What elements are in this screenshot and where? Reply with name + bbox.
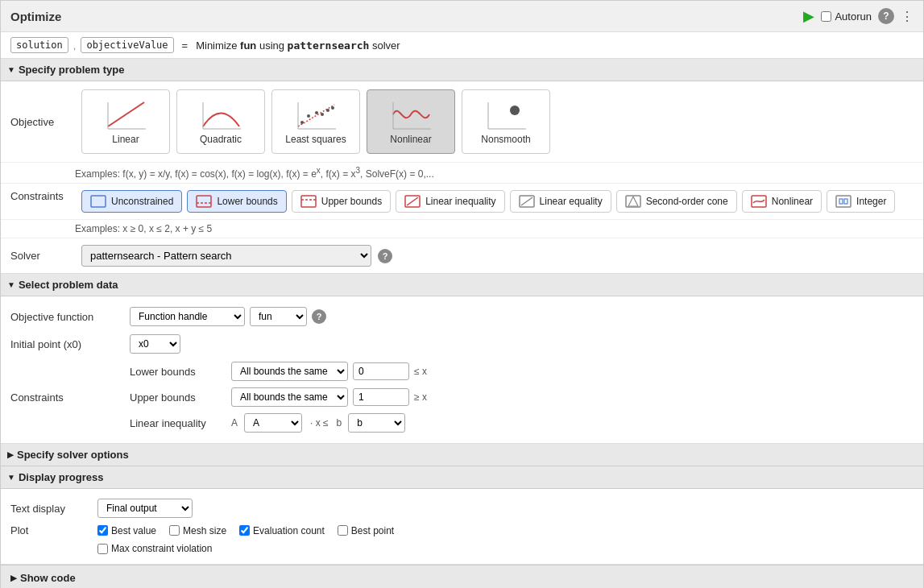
display-progress-arrow: ▼: [7, 473, 15, 482]
chip-linearineq[interactable]: Linear inequality: [396, 190, 504, 213]
constraints-label: Constraints: [10, 190, 75, 202]
plot-meshsize[interactable]: Mesh size: [169, 525, 226, 536]
obj-card-leastsquares[interactable]: Least squares: [271, 89, 360, 154]
constraints-examples: Examples: x ≥ 0, x ≤ 2, x + y ≤ 5: [1, 220, 923, 238]
svg-rect-19: [91, 196, 106, 207]
help-button[interactable]: ?: [878, 8, 894, 24]
header: Optimize ▶ Autorun ? ⋮: [1, 1, 923, 32]
upper-bounds-value[interactable]: [353, 388, 409, 406]
solver-select[interactable]: patternsearch - Pattern search: [81, 245, 371, 267]
maxconstraint-label: Max constraint violation: [111, 543, 212, 554]
maxconstraint-checkbox[interactable]: [97, 544, 108, 554]
obj-type-select[interactable]: Function handle Anonymous function Funct…: [130, 307, 245, 326]
chip-upperbounds[interactable]: Upper bounds: [292, 190, 391, 213]
evalcount-checkbox[interactable]: [239, 525, 250, 536]
solver-label: Solver: [10, 250, 75, 262]
linear-a-select[interactable]: A A_ineq Aineq: [244, 413, 302, 433]
initial-point-select[interactable]: x0 x_init [0,0]: [130, 334, 180, 354]
chip-nonlinear-label: Nonlinear: [772, 196, 813, 207]
solver-opts-section-header[interactable]: ▶ Specify solver options: [1, 444, 923, 466]
obj-card-nonlinear[interactable]: Nonlinear: [367, 89, 455, 154]
plot-maxconstraint[interactable]: Max constraint violation: [97, 543, 212, 554]
chip-soc[interactable]: Second-order cone: [616, 190, 737, 213]
linear-icon: [104, 98, 148, 130]
obj-function-help-icon[interactable]: ?: [312, 309, 326, 324]
chip-linearineq-label: Linear inequality: [425, 196, 495, 207]
obj-card-quadratic-label: Quadratic: [200, 134, 242, 145]
upper-bounds-label: Upper bounds: [130, 391, 226, 404]
linear-b-text: b: [337, 417, 342, 429]
meshsize-label: Mesh size: [183, 525, 226, 536]
autorun-label: Autorun: [821, 10, 872, 23]
constraint-chips: Unconstrained Lower bounds Upper bounds: [81, 190, 914, 213]
header-left: Optimize: [10, 10, 61, 23]
constraints-row: Constraints Unconstrained Lower bounds: [1, 184, 923, 220]
bestpoint-label: Best point: [351, 525, 394, 536]
initial-point-label: Initial point (x0): [10, 338, 123, 350]
chip-unconstrained[interactable]: Unconstrained: [81, 190, 182, 213]
nonsmooth-icon: [484, 98, 528, 130]
svg-rect-22: [301, 196, 316, 207]
obj-card-nonsmooth[interactable]: Nonsmooth: [462, 89, 550, 154]
linear-inequality-row: Linear inequality A A A_ineq Aineq · x ≤…: [130, 413, 427, 433]
plot-evalcount[interactable]: Evaluation count: [239, 525, 325, 536]
formula-bar: solution , objectiveValue = Minimize fun…: [1, 32, 923, 59]
bestpoint-checkbox[interactable]: [338, 525, 348, 536]
upper-bounds-mode-select[interactable]: All bounds the same Each bound different…: [231, 387, 348, 407]
app-title: Optimize: [10, 10, 61, 23]
linear-b-select[interactable]: b b_ineq bineq: [348, 413, 405, 433]
text-display-row: Text display Final output Iterative disp…: [10, 495, 914, 521]
obj-function-row: Objective function Function handle Anony…: [10, 303, 914, 330]
svg-rect-32: [844, 199, 847, 204]
obj-card-nonlinear-label: Nonlinear: [390, 134, 431, 145]
problem-data-section-header[interactable]: ▼ Select problem data: [1, 274, 923, 296]
chip-lowerbounds[interactable]: Lower bounds: [187, 190, 286, 213]
header-right: ▶ Autorun ? ⋮: [803, 7, 914, 25]
quadratic-icon: [199, 98, 243, 130]
leastsquares-icon: [294, 98, 338, 130]
lower-bounds-mode-select[interactable]: All bounds the same Each bound different…: [231, 362, 348, 381]
svg-point-9: [321, 113, 324, 116]
soc-icon: [625, 195, 641, 208]
chip-upperbounds-label: Upper bounds: [321, 196, 382, 207]
objective-cards: Linear Quadratic: [81, 89, 550, 154]
text-display-select[interactable]: Final output Iterative display Off: [97, 499, 193, 518]
obj-card-quadratic[interactable]: Quadratic: [176, 89, 265, 154]
problem-type-section-header[interactable]: ▼ Specify problem type: [1, 59, 923, 81]
nonlinear-icon: [389, 98, 433, 130]
lower-bounds-suffix: ≤ x: [414, 366, 427, 377]
display-progress-section-header[interactable]: ▼ Display progress: [1, 466, 923, 489]
svg-line-27: [521, 197, 532, 205]
plot-bestvalue[interactable]: Best value: [97, 525, 156, 536]
svg-point-8: [315, 111, 318, 114]
chip-lineareq[interactable]: Linear equality: [510, 190, 611, 213]
plot-bestpoint[interactable]: Best point: [338, 525, 394, 536]
constraints-data-row: Constraints Lower bounds All bounds the …: [10, 358, 914, 437]
run-button[interactable]: ▶: [803, 7, 814, 25]
obj-var-select[interactable]: fun f myFun: [250, 307, 307, 326]
meshsize-checkbox[interactable]: [169, 525, 180, 536]
lower-bounds-value[interactable]: [353, 362, 409, 380]
obj-function-label: Objective function: [10, 311, 123, 323]
obj-card-nonsmooth-label: Nonsmooth: [481, 134, 530, 145]
plot-checkboxes2: Max constraint violation: [97, 543, 212, 554]
obj-card-linear[interactable]: Linear: [81, 89, 170, 154]
more-button[interactable]: ⋮: [901, 9, 914, 24]
plot-checkboxes: Best value Mesh size Evaluation count Be…: [97, 525, 394, 536]
svg-point-16: [510, 106, 520, 115]
solver-help-icon[interactable]: ?: [378, 249, 392, 263]
show-code-section[interactable]: ▶ Show code: [1, 565, 923, 588]
plot-row: Plot Best value Mesh size Evaluation cou…: [10, 521, 914, 540]
autorun-checkbox[interactable]: [821, 11, 831, 22]
var1-badge: solution: [10, 37, 68, 53]
integer-icon: [835, 195, 851, 208]
bestvalue-checkbox[interactable]: [97, 525, 108, 536]
linearineq-icon: [404, 195, 421, 208]
problem-type-arrow: ▼: [7, 65, 15, 74]
solver-opts-label: Specify solver options: [17, 449, 129, 461]
chip-integer[interactable]: Integer: [827, 190, 895, 213]
lower-bounds-label: Lower bounds: [130, 366, 226, 378]
show-code-label: Show code: [20, 572, 76, 584]
chip-nonlinear[interactable]: Nonlinear: [742, 190, 822, 213]
chip-soc-label: Second-order cone: [646, 196, 728, 207]
